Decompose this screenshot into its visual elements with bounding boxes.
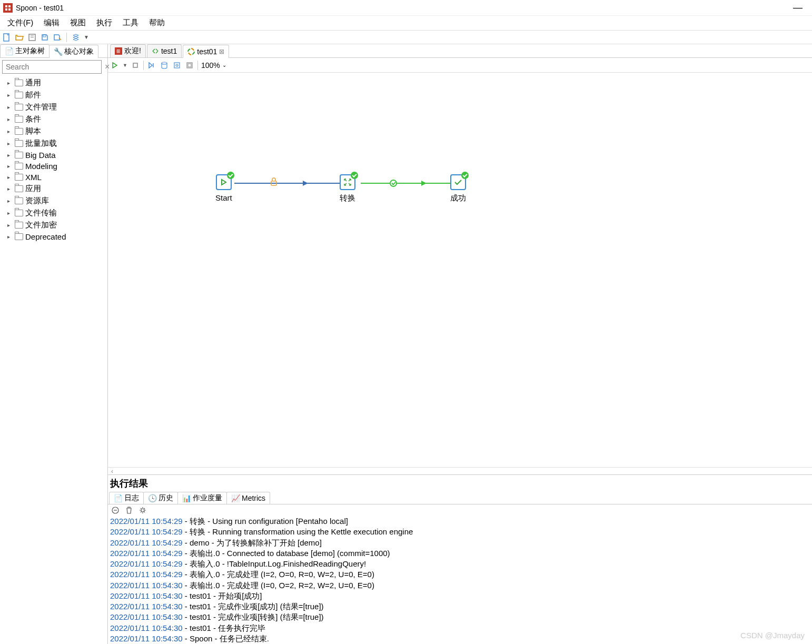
tree-item-label: Big Data <box>25 151 56 160</box>
node-transform[interactable]: 转换 <box>340 174 355 203</box>
explore-icon[interactable] <box>27 33 37 42</box>
log-message: - 表输出.0 - 完成处理 (I=0, O=2, R=2, W=2, U=0,… <box>183 581 374 590</box>
log-message: - 表输出.0 - Connected to database [demo] (… <box>183 549 390 558</box>
log-output[interactable]: 2022/01/11 10:54:29 - 转换 - Using run con… <box>108 516 812 644</box>
save-as-icon[interactable] <box>53 33 62 42</box>
perspective-icon[interactable] <box>71 33 81 42</box>
editor-tab-label: test1 <box>161 47 177 55</box>
folder-icon <box>15 233 23 240</box>
results-tab-log[interactable]: 📄 日志 <box>109 492 144 504</box>
svg-rect-2 <box>5 8 7 11</box>
tree-item-label: 条件 <box>25 114 41 124</box>
tree-item-label: Modeling <box>25 162 57 171</box>
results-panel: 执行结果 📄 日志 🕓 历史 📊 作业度量 📈 Metrics <box>108 474 812 644</box>
minimize-button[interactable]: — <box>787 2 809 13</box>
caret-right-icon: ▸ <box>7 141 13 146</box>
sidebar-tab-label: 核心对象 <box>64 47 94 56</box>
log-line: 2022/01/11 10:54:30 - 表输出.0 - 完成处理 (I=0,… <box>110 580 810 591</box>
menu-help[interactable]: 帮助 <box>144 16 170 29</box>
hop-line[interactable] <box>361 183 463 184</box>
new-file-icon[interactable] <box>2 33 12 42</box>
clear-log-icon[interactable] <box>111 506 120 514</box>
menu-file[interactable]: 文件(F) <box>2 16 38 29</box>
results-title: 执行结果 <box>108 475 812 492</box>
log-icon: 📄 <box>114 494 123 502</box>
tree-item[interactable]: ▸批量加载 <box>0 137 107 150</box>
sidebar-search-row: × <box>0 58 107 76</box>
tree-item[interactable]: ▸Modeling <box>0 161 107 172</box>
zoom-control[interactable]: 100% ⌄ <box>201 61 226 70</box>
tree-item[interactable]: ▸文件加密 <box>0 219 107 231</box>
editor-tab-welcome[interactable]: ⊞ 欢迎! <box>110 44 146 57</box>
log-timestamp: 2022/01/11 10:54:29 <box>110 559 183 568</box>
tree-item-label: 脚本 <box>25 126 41 136</box>
tree-item[interactable]: ▸资源库 <box>0 195 107 207</box>
editor-tab-test1[interactable]: test1 <box>147 44 182 57</box>
hop-line[interactable] <box>234 183 345 184</box>
tree-item[interactable]: ▸文件传输 <box>0 207 107 219</box>
tree-item-label: 应用 <box>25 184 41 194</box>
run-dropdown-icon[interactable]: ▼ <box>123 63 127 68</box>
close-tab-icon[interactable]: ⊠ <box>219 48 224 55</box>
menu-edit[interactable]: 编辑 <box>38 16 65 29</box>
editor-tab-test01[interactable]: test01 ⊠ <box>183 45 229 58</box>
tree-item[interactable]: ▸XML <box>0 172 107 183</box>
results-tab-label: 历史 <box>159 493 173 503</box>
tree-item[interactable]: ▸应用 <box>0 183 107 195</box>
save-icon[interactable] <box>40 33 49 42</box>
folder-icon <box>15 104 23 111</box>
sidebar-tabs: 📄 主对象树 🔧 核心对象 <box>0 44 107 58</box>
settings-icon[interactable] <box>138 506 147 514</box>
tree-item[interactable]: ▸文件管理 <box>0 101 107 113</box>
impact-icon[interactable] <box>172 61 182 70</box>
content-area: ⊞ 欢迎! test1 test01 ⊠ ▼ <box>108 44 812 644</box>
folder-icon <box>15 197 23 204</box>
results-tab-history[interactable]: 🕓 历史 <box>143 492 178 504</box>
horizontal-scrollbar[interactable]: ‹ <box>108 467 812 474</box>
node-label: 成功 <box>450 193 466 203</box>
svg-rect-23 <box>271 181 276 185</box>
menu-run[interactable]: 执行 <box>91 16 117 29</box>
replay-icon[interactable] <box>147 61 156 70</box>
tree-item[interactable]: ▸邮件 <box>0 89 107 101</box>
results-tab-metrics[interactable]: 📊 作业度量 <box>177 492 227 504</box>
caret-right-icon: ▸ <box>7 210 13 216</box>
history-icon: 🕓 <box>148 494 157 502</box>
menu-tools[interactable]: 工具 <box>117 16 144 29</box>
caret-right-icon: ▸ <box>7 92 13 98</box>
log-message: - 表输入.0 - !TableInput.Log.FinishedReadin… <box>183 559 367 568</box>
log-line: 2022/01/11 10:54:29 - 转换 - Using run con… <box>110 516 810 527</box>
results-tab-metrics2[interactable]: 📈 Metrics <box>226 492 270 504</box>
chevron-down-icon[interactable]: ⌄ <box>222 62 226 68</box>
stop-icon[interactable] <box>131 61 140 70</box>
menubar: 文件(F) 编辑 视图 执行 工具 帮助 <box>0 16 812 31</box>
success-badge-icon <box>461 172 469 179</box>
sidebar-tab-core-objects[interactable]: 🔧 核心对象 <box>49 45 98 58</box>
svg-rect-16 <box>133 63 137 67</box>
log-message: - test01 - 开始项[成功] <box>183 591 262 600</box>
sql-icon[interactable] <box>160 61 169 70</box>
tree-item[interactable]: ▸Deprecated <box>0 231 107 242</box>
trash-icon[interactable] <box>125 506 133 514</box>
menu-view[interactable]: 视图 <box>65 16 91 29</box>
tree-item[interactable]: ▸条件 <box>0 113 107 125</box>
sidebar-tab-object-tree[interactable]: 📄 主对象树 <box>0 44 49 57</box>
hop-arrow-icon <box>421 181 427 186</box>
open-file-icon[interactable] <box>15 33 24 42</box>
app-icon <box>3 3 13 13</box>
job-canvas[interactable]: Start 转换 成功 <box>108 73 812 467</box>
expand-icon[interactable] <box>185 61 194 70</box>
log-line: 2022/01/11 10:54:29 - 表输出.0 - Connected … <box>110 548 810 559</box>
node-success[interactable]: 成功 <box>450 174 466 203</box>
play-icon <box>220 179 227 186</box>
tree-item[interactable]: ▸脚本 <box>0 125 107 137</box>
tree-item[interactable]: ▸通用 <box>0 77 107 89</box>
dropdown-caret-icon[interactable]: ▼ <box>84 34 89 40</box>
canvas-toolbar: ▼ 100% ⌄ <box>108 58 812 73</box>
tree-item[interactable]: ▸Big Data <box>0 150 107 161</box>
search-input[interactable] <box>2 60 102 74</box>
metrics-icon: 📊 <box>182 494 191 502</box>
run-icon[interactable] <box>110 61 120 70</box>
object-tree[interactable]: ▸通用▸邮件▸文件管理▸条件▸脚本▸批量加载▸Big Data▸Modeling… <box>0 76 107 644</box>
node-start[interactable]: Start <box>215 174 232 202</box>
